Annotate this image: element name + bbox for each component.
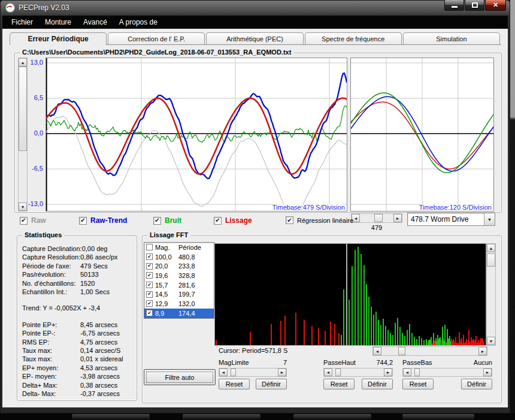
passebas-define-button[interactable]: Définir (461, 379, 492, 389)
menu-a-propos-de[interactable]: A propos de (113, 16, 163, 28)
fft-vscrollbar[interactable]: ▲ ▼ (486, 243, 496, 346)
checkbox-icon[interactable]: ✔ (146, 253, 153, 260)
scroll-up-icon[interactable]: ▲ (487, 244, 495, 252)
taskbar-item[interactable] (402, 414, 474, 419)
passebas-scrollbar[interactable]: ◄► (402, 368, 492, 377)
tab-erreur-p-riodique[interactable]: Erreur Périodique (10, 32, 107, 44)
minimize-button[interactable] (444, 0, 464, 11)
restore-button[interactable] (465, 0, 484, 11)
taskbar-item[interactable] (183, 414, 260, 419)
scroll-right-icon[interactable]: ► (278, 368, 286, 376)
y-tick-label: -6,5 (25, 165, 43, 172)
slider-value: 7 (283, 359, 287, 368)
menu-monture[interactable]: Monture (39, 16, 77, 28)
slider-group-passehaut: PasseHaut744,2◄►ResetDéfinir (323, 359, 393, 389)
stat-row: Pointe EP+:8,45 arcsecs (17, 321, 137, 329)
taskbar-item[interactable] (293, 414, 371, 419)
scroll-left-icon[interactable]: ◄ (324, 368, 332, 376)
right-timebase-label: Timebase:120 S/Division (419, 204, 492, 211)
checkbox-icon[interactable]: ✔ (146, 263, 153, 270)
scrollbar-track[interactable] (381, 347, 478, 355)
scroll-right-icon[interactable]: ► (384, 368, 392, 376)
fft-peak-list[interactable]: Mag.Période✔100,0480,8✔20,0233,8✔19,6328… (144, 242, 214, 319)
stat-row: Echantillon Int.:1,00 Secs (17, 288, 137, 296)
toggle-r-gression-lin-aire[interactable]: ✔Régression linéaire (286, 216, 353, 224)
passehaut-define-button[interactable]: Définir (362, 379, 393, 389)
worm-cycle-chart[interactable]: Timebase:120 S/Division (350, 58, 494, 211)
toggle-label: Raw (31, 216, 46, 225)
scroll-left-icon[interactable]: ◄ (219, 368, 228, 376)
fft-list-row[interactable]: ✔14,5199,7 (144, 289, 214, 299)
scrollbar-thumb[interactable] (19, 67, 27, 151)
passebas-reset-button[interactable]: Reset (402, 379, 434, 389)
stat-row: Taux max:0,14 arcsec/S (17, 346, 137, 355)
checkbox-icon[interactable]: ✔ (146, 291, 153, 298)
worm-drive-combobox[interactable]: 478.7 Worm Drive ▼ (407, 213, 495, 226)
scroll-down-icon[interactable]: ▼ (487, 337, 495, 345)
tab-simulation[interactable]: Simulation (403, 32, 500, 44)
scroll-left-icon[interactable]: ◄ (373, 347, 381, 355)
scrollbar-track[interactable] (360, 214, 393, 222)
tab-arithm-tique-pec[interactable]: Arithmétique (PEC) (206, 32, 303, 44)
taskbar-item[interactable] (72, 414, 150, 419)
scrollbar-thumb[interactable] (414, 368, 420, 376)
passehaut-scrollbar[interactable]: ◄► (323, 368, 393, 377)
auto-filter-button[interactable]: Filtre auto (144, 369, 216, 385)
checkbox-icon[interactable]: ✔ (146, 272, 153, 279)
worm-chart-hscrollbar[interactable]: ◄ ► (351, 213, 402, 223)
fft-list-row[interactable]: ✔100,0480,8 (144, 252, 214, 262)
slider-group-maglimite: MagLimite7◄►ResetDéfinir (219, 359, 287, 389)
toggle-bruit[interactable]: ✔Bruit (153, 216, 181, 225)
passehaut-reset-button[interactable]: Reset (323, 379, 355, 389)
menu-avanc[interactable]: Avancé (77, 16, 113, 28)
fft-list-row[interactable]: ✔15,7281,6 (144, 280, 214, 290)
chevron-down-icon[interactable]: ▼ (484, 213, 495, 225)
fft-spectrum-chart[interactable] (214, 243, 486, 346)
scroll-left-icon[interactable]: ◄ (403, 368, 411, 376)
checkbox-icon[interactable]: ✔ (20, 217, 28, 225)
fft-list-row[interactable]: ✔20,0233,8 (144, 261, 214, 271)
titlebar[interactable]: PECPrep V2.03 ✕ (0, 0, 510, 16)
stat-row: RMS EP:4,75 arcsecs (17, 338, 137, 346)
pe-chart[interactable]: Timebase:479 S/Division (46, 58, 347, 211)
scroll-right-icon[interactable]: ► (393, 214, 402, 222)
checkbox-icon[interactable]: ✔ (214, 217, 222, 225)
scrollbar-thumb[interactable] (335, 368, 341, 376)
scroll-right-icon[interactable]: ► (478, 347, 487, 355)
slider-value: Aucun (474, 359, 492, 368)
scrollbar-thumb[interactable] (231, 368, 236, 376)
tab-spectre-de-fr-quence[interactable]: Spectre de fréquence (305, 32, 402, 44)
checkbox-icon[interactable]: ✔ (79, 217, 87, 225)
toggle-lissage[interactable]: ✔Lissage (214, 216, 252, 225)
fft-list-row[interactable]: ✔8,9174,4 (144, 309, 214, 318)
scrollbar-track[interactable] (487, 252, 495, 337)
fft-hscrollbar[interactable]: ◄ ► (372, 346, 487, 356)
maglimite-reset-button[interactable]: Reset (219, 379, 250, 389)
tab-correction-de-l-e-p[interactable]: Correction de l' E.P. (108, 32, 205, 44)
worm-drive-value: 478.7 Worm Drive (408, 215, 484, 223)
scrollbar-thumb[interactable] (398, 347, 405, 355)
left-timebase-label: Timebase:479 S/Division (272, 204, 345, 211)
toggle-raw-trend[interactable]: ✔Raw-Trend (79, 216, 127, 225)
maglimite-scrollbar[interactable]: ◄► (219, 368, 287, 377)
maglimite-define-button[interactable]: Définir (256, 379, 287, 389)
scrollbar-track[interactable] (411, 368, 483, 376)
checkbox-icon[interactable]: ✔ (286, 216, 293, 224)
fft-title: Lissage FFT (147, 231, 190, 238)
checkbox-icon[interactable]: ✔ (146, 310, 153, 316)
menu-fichier[interactable]: Fichier (5, 16, 39, 28)
close-button[interactable]: ✕ (485, 0, 506, 11)
scrollbar-track[interactable] (332, 368, 384, 376)
fft-list-row[interactable]: ✔19,6328,8 (144, 271, 214, 280)
toggle-raw[interactable]: ✔Raw (20, 216, 46, 225)
fft-list-row[interactable]: ✔12,9132,0 (144, 299, 214, 309)
checkbox-icon[interactable]: ✔ (146, 282, 153, 288)
scrollbar-track[interactable] (228, 368, 278, 376)
checkbox-icon[interactable]: ✔ (146, 300, 153, 307)
scrollbar-thumb[interactable] (487, 253, 495, 267)
scroll-right-icon[interactable]: ► (483, 368, 492, 376)
checkbox-icon[interactable] (146, 244, 153, 250)
stat-row: Capture Declination:0,00 deg (17, 244, 137, 253)
scrollbar-thumb[interactable] (374, 214, 383, 222)
checkbox-icon[interactable]: ✔ (153, 217, 161, 225)
